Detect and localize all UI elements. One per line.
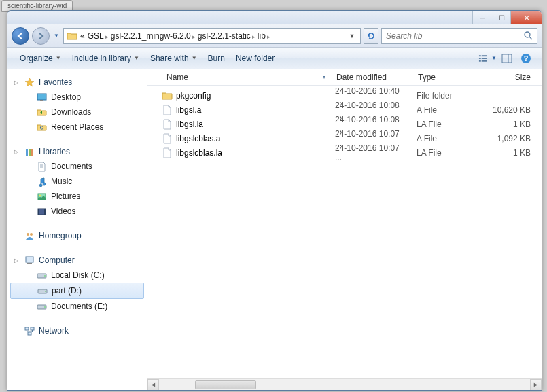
file-list: pkgconfig24-10-2016 10:40 ...File folder… xyxy=(147,86,542,378)
new-folder-button[interactable]: New folder xyxy=(230,51,280,66)
navigation-pane: ▷ Favorites Desktop Downloads Recent Pla… xyxy=(7,69,147,390)
explorer-window: ─ ☐ ✕ ▼ « GSL ▸ gsl-2.2.1_mingw-6.2.0 ▸ … xyxy=(7,10,542,391)
drive-icon xyxy=(37,285,48,296)
breadcrumb-row: GSL ▸ gsl-2.2.1_mingw-6.2.0 ▸ gsl-2.2.1-… xyxy=(88,31,271,41)
scroll-right-button[interactable]: ► xyxy=(530,379,542,391)
search-input[interactable] xyxy=(386,31,524,41)
svg-rect-4 xyxy=(479,58,481,59)
svg-rect-25 xyxy=(44,209,46,215)
drive-icon xyxy=(36,301,47,312)
music-icon xyxy=(36,176,47,187)
horizontal-scrollbar[interactable]: ◄ ► xyxy=(147,378,542,390)
favorites-header[interactable]: ▷ Favorites xyxy=(7,75,147,90)
chevron-right-icon[interactable]: ▸ xyxy=(104,33,111,40)
file-size: 10,620 KB xyxy=(489,105,542,115)
include-library-button[interactable]: Include in library▼ xyxy=(67,51,145,66)
view-button[interactable]: ▼ xyxy=(478,51,497,66)
svg-rect-17 xyxy=(31,149,33,156)
file-name: libgslcblas.la xyxy=(176,148,222,158)
svg-rect-12 xyxy=(37,94,46,100)
folder-icon xyxy=(67,31,77,41)
toolbar: Organize▼ Include in library▼ Share with… xyxy=(7,48,542,69)
svg-rect-38 xyxy=(28,332,31,335)
breadcrumb-segment[interactable]: gsl-2.2.1_mingw-6.2.0 xyxy=(111,31,191,41)
nav-drive-d[interactable]: part (D:) xyxy=(10,283,144,299)
maximize-button[interactable]: ☐ xyxy=(493,11,510,24)
breadcrumb-segment[interactable]: GSL xyxy=(88,31,104,41)
nav-bar: ▼ « GSL ▸ gsl-2.2.1_mingw-6.2.0 ▸ gsl-2.… xyxy=(7,24,542,48)
nav-drive-e[interactable]: Documents (E:) xyxy=(7,299,147,314)
chevron-right-icon[interactable]: ▸ xyxy=(191,33,198,40)
file-name: libgsl.a xyxy=(176,105,201,115)
svg-rect-36 xyxy=(25,327,29,330)
svg-rect-3 xyxy=(482,55,487,56)
network-header[interactable]: Network xyxy=(7,323,147,338)
column-name[interactable]: Name▾ xyxy=(161,73,331,82)
nav-desktop[interactable]: Desktop xyxy=(7,90,147,105)
chevron-right-icon[interactable]: ▸ xyxy=(251,33,258,40)
history-dropdown[interactable]: ▼ xyxy=(52,29,60,43)
file-type: LA File xyxy=(411,120,489,129)
breadcrumb-segment[interactable]: gsl-2.2.1-static xyxy=(198,31,251,41)
column-type[interactable]: Type xyxy=(412,73,491,82)
refresh-button[interactable] xyxy=(364,28,378,44)
svg-rect-29 xyxy=(27,263,32,264)
share-with-button[interactable]: Share with▼ xyxy=(145,51,202,66)
address-dropdown[interactable]: ▼ xyxy=(347,33,357,39)
file-size: 1,092 KB xyxy=(489,134,542,143)
nav-drive-c[interactable]: Local Disk (C:) xyxy=(7,268,147,283)
address-bar[interactable]: « GSL ▸ gsl-2.2.1_mingw-6.2.0 ▸ gsl-2.2.… xyxy=(63,28,361,44)
libraries-header[interactable]: ▷ Libraries xyxy=(7,144,147,159)
file-icon xyxy=(161,105,173,115)
file-type: A File xyxy=(411,134,489,143)
svg-point-33 xyxy=(45,291,46,292)
nav-downloads[interactable]: Downloads xyxy=(7,105,147,120)
burn-button[interactable]: Burn xyxy=(202,51,230,66)
file-size: 1 KB xyxy=(489,148,542,158)
documents-icon xyxy=(36,161,47,172)
desktop-icon xyxy=(36,92,47,103)
svg-rect-24 xyxy=(38,209,39,215)
close-button[interactable]: ✕ xyxy=(510,11,542,24)
back-button[interactable] xyxy=(12,27,29,45)
svg-line-1 xyxy=(529,37,532,39)
chevron-right-icon[interactable]: ▸ xyxy=(266,33,271,40)
file-row[interactable]: libgslcblas.la24-10-2016 10:07 ...LA Fil… xyxy=(147,145,542,160)
svg-rect-7 xyxy=(482,60,487,61)
svg-point-27 xyxy=(30,233,33,236)
column-size[interactable]: Size xyxy=(491,73,542,82)
file-icon xyxy=(161,133,173,144)
nav-documents[interactable]: Documents xyxy=(7,159,147,174)
file-icon xyxy=(161,119,173,130)
computer-icon xyxy=(24,255,35,266)
help-button[interactable]: ? xyxy=(516,51,535,66)
svg-rect-6 xyxy=(479,60,481,61)
scroll-left-button[interactable]: ◄ xyxy=(147,379,159,391)
nav-recent[interactable]: Recent Places xyxy=(7,120,147,135)
scroll-thumb[interactable] xyxy=(195,380,256,389)
search-box[interactable] xyxy=(381,28,537,44)
homegroup-header[interactable]: Homegroup xyxy=(7,228,147,243)
column-date[interactable]: Date modified xyxy=(331,73,412,82)
minimize-button[interactable]: ─ xyxy=(472,11,493,24)
forward-button[interactable] xyxy=(32,27,50,45)
organize-button[interactable]: Organize▼ xyxy=(14,51,67,66)
nav-videos[interactable]: Videos xyxy=(7,204,147,219)
network-icon xyxy=(24,325,35,336)
svg-point-35 xyxy=(44,306,46,308)
svg-point-26 xyxy=(27,233,29,236)
file-icon xyxy=(161,147,173,158)
nav-music[interactable]: Music xyxy=(7,174,147,189)
breadcrumb-segment[interactable]: lib xyxy=(258,31,266,41)
file-type: LA File xyxy=(411,148,489,158)
file-type: File folder xyxy=(411,91,489,101)
computer-header[interactable]: ▷ Computer xyxy=(7,253,147,268)
svg-point-22 xyxy=(39,194,40,196)
svg-rect-16 xyxy=(29,149,31,156)
videos-icon xyxy=(36,206,47,217)
svg-rect-13 xyxy=(40,100,43,101)
nav-pictures[interactable]: Pictures xyxy=(7,189,147,204)
star-icon xyxy=(24,77,35,88)
preview-pane-button[interactable] xyxy=(497,51,516,66)
file-size: 1 KB xyxy=(489,120,542,129)
